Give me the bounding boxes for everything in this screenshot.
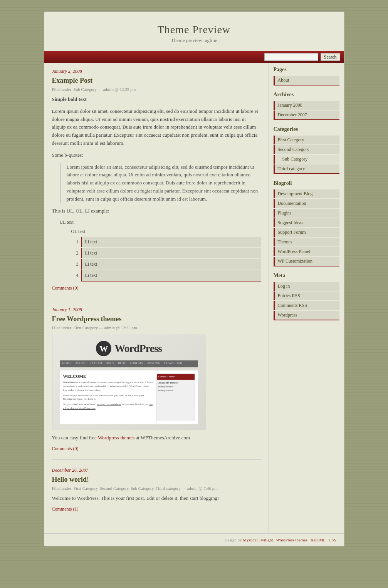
sidebar-link-comments-rss[interactable]: Comments RSS [278, 303, 307, 308]
post-2-text1: You can easy find free [52, 435, 98, 441]
post-2-title: Free Wordpress themes [52, 315, 261, 323]
post-3-meta: Filed under: First Category, Second Cate… [52, 486, 261, 491]
nav-bar: Search [44, 51, 344, 63]
wp-nav-docs: DOCS [106, 361, 114, 366]
sidebar: Pages About Archives January 2008 Decemb… [269, 63, 344, 533]
sidebar-item-comments-rss[interactable]: Comments RSS [274, 301, 339, 310]
post-3-meta-suffix: — admin @ 7:46 pm [181, 486, 218, 491]
sidebar-item-thirdcat[interactable]: Third category [274, 164, 339, 174]
sidebar-link-docs[interactable]: Documentation [278, 201, 306, 206]
sidebar-item-wordpress[interactable]: Wordpress [274, 311, 339, 320]
post-1-date: January 2, 2008 [52, 69, 261, 74]
sidebar-item-wpplanet[interactable]: WordPress Planet [274, 247, 339, 256]
post-1-comments[interactable]: Comments (0) [52, 285, 261, 291]
search-input[interactable] [264, 53, 318, 61]
sidebar-categories-title: Categories [274, 126, 339, 133]
list-item: Li text [81, 270, 261, 281]
sidebar-item-entries-rss[interactable]: Entries RSS [274, 291, 339, 300]
sidebar-blogroll-title: Blogroll [274, 180, 339, 187]
sidebar-item-dec2007[interactable]: December 2007 [274, 111, 339, 120]
post-1-bold-heading: Simple bold text [52, 95, 261, 104]
sidebar-pages: Pages About [274, 67, 339, 85]
post-1-content: Simple bold text Lorem ipsum dolor sit a… [52, 95, 261, 281]
site-tagline: Theme preview tagline [52, 37, 336, 44]
wp-nav-extend: EXTEND [90, 361, 102, 366]
sidebar-link-secondcat[interactable]: Second Category [278, 147, 309, 152]
sidebar-item-about[interactable]: About [274, 76, 339, 85]
sidebar-item-login[interactable]: Log in [274, 282, 339, 291]
footer-link-mystical[interactable]: Mystical Twilight [243, 538, 273, 542]
sidebar-item-suggest[interactable]: Suggest Ideas [274, 218, 339, 227]
sidebar-link-entries-rss[interactable]: Entries RSS [278, 293, 300, 298]
sidebar-link-jan2008[interactable]: January 2008 [278, 102, 302, 108]
list-item: Li text [81, 259, 261, 270]
wp-nav-forums: FORUMS [130, 361, 143, 366]
post-2-link[interactable]: Wordpress themes [98, 435, 134, 441]
footer-link-css[interactable]: CSS [329, 538, 336, 542]
wp-nav-blog: BLOG [118, 361, 126, 366]
post-3-meta-cats: First Category, Second Category, Sub Cat… [74, 486, 181, 491]
footer-link-xhtml[interactable]: XHTML [311, 538, 326, 542]
list-item: Li text [81, 248, 261, 258]
post-1-list-label: This is UL, OL, LI example: [52, 207, 261, 215]
post-3-content: Welcome to WordPress. This is your first… [52, 494, 261, 503]
sidebar-meta-list: Log in Entries RSS Comments RSS Wordpres… [274, 282, 339, 320]
sidebar-item-secondcat[interactable]: Second Category [274, 145, 339, 154]
sidebar-archives: Archives January 2008 December 2007 [274, 92, 339, 120]
sidebar-item-plugins[interactable]: Plugins [274, 209, 339, 218]
sidebar-pages-list: About [274, 76, 339, 85]
post-2-comments[interactable]: Comments (0) [52, 446, 261, 452]
post-3-body: Welcome to WordPress. This is your first… [52, 494, 261, 503]
sidebar-link-wpplanet[interactable]: WordPress Planet [278, 249, 311, 254]
wp-nav-bar: HOME ABOUT EXTEND DOCS BLOG FORUMS HOSTI… [60, 360, 198, 367]
post-1-bquotes-label: Some b-quotes: [52, 151, 261, 159]
sidebar-link-firstcat[interactable]: First Category [278, 137, 304, 142]
sidebar-item-themes[interactable]: Themes [274, 238, 339, 246]
sidebar-item-firstcat[interactable]: First Category [274, 136, 339, 144]
sidebar-link-login[interactable]: Log in [278, 283, 290, 289]
sidebar-item-docs[interactable]: Documentation [274, 199, 339, 208]
site-title: Theme Preview [52, 23, 336, 36]
wp-body-left: WELCOME WordPress is a state-of-the-art … [63, 374, 153, 421]
post-2: January 1, 2008 Free Wordpress themes Fi… [52, 307, 261, 460]
post-3-comments[interactable]: Comments (1) [52, 506, 261, 512]
sidebar-link-themes[interactable]: Themes [278, 239, 292, 245]
post-1-ul-item: UL text [60, 219, 261, 226]
sidebar-pages-title: Pages [274, 67, 339, 74]
sidebar-item-jan2008[interactable]: January 2008 [274, 101, 339, 110]
wp-body-right-header: Current Theme [157, 374, 195, 380]
wp-nav-about: ABOUT [75, 361, 86, 366]
footer-link-wpthemes[interactable]: WordPress themes [276, 538, 307, 542]
site-header: Theme Preview Theme preview tagline [44, 12, 344, 51]
wp-logo: W WordPress [96, 340, 162, 357]
sidebar-link-about[interactable]: About [278, 77, 289, 83]
sidebar-link-plugins[interactable]: Plugins [278, 210, 292, 216]
sidebar-link-subcat[interactable]: Sub Category [282, 156, 308, 162]
sidebar-link-devblog[interactable]: Development Blog [278, 191, 313, 196]
post-1-meta: Filed under: Sub Category — admin @ 12:3… [52, 87, 261, 92]
sidebar-link-wordpress[interactable]: Wordpress [278, 312, 297, 318]
post-1-blockquote: Lorem ipsum dolor sit amet, consectetur … [60, 163, 261, 203]
footer-sep3: · [326, 538, 329, 542]
sidebar-link-support[interactable]: Support Forum [278, 230, 306, 235]
wp-logo-text: WordPress [114, 340, 162, 357]
sidebar-link-suggest[interactable]: Suggest Ideas [278, 220, 303, 225]
footer-sep2: · [307, 538, 311, 542]
sidebar-item-wpcustom[interactable]: WP Customization [274, 257, 339, 266]
sidebar-item-devblog[interactable]: Development Blog [274, 189, 339, 198]
post-3-title: Hello world! [52, 476, 261, 484]
wp-nav-download: DOWNLOAD [164, 361, 182, 366]
footer-text: Design by [225, 538, 243, 542]
sidebar-link-dec2007[interactable]: December 2007 [278, 112, 307, 117]
wp-body-right: Current Theme Available Themes twenty tw… [156, 374, 195, 421]
sidebar-item-support[interactable]: Support Forum [274, 228, 339, 237]
post-1-li-list: Li text Li text Li text Li text [71, 237, 261, 282]
post-2-content: W WordPress HOME ABOUT EXTEND DOCS BLOG … [52, 334, 261, 442]
wp-logo-circle: W [96, 341, 111, 356]
sidebar-link-thirdcat[interactable]: Third category [278, 166, 305, 171]
search-button[interactable]: Search [321, 53, 340, 61]
sidebar-item-subcat[interactable]: Sub Category [274, 155, 339, 164]
sidebar-link-wpcustom[interactable]: WP Customization [278, 258, 313, 264]
wp-body-sim: WELCOME WordPress is a state-of-the-art … [60, 370, 198, 424]
post-3-meta-prefix: Filed under: [52, 486, 74, 491]
